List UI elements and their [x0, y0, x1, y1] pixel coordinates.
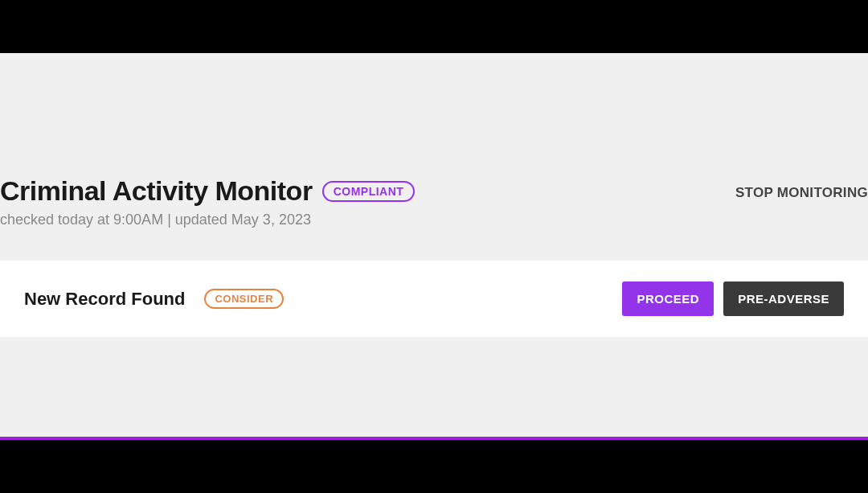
record-left: New Record Found CONSIDER [24, 289, 284, 310]
record-card: New Record Found CONSIDER PROCEED PRE-AD… [0, 261, 868, 337]
consider-status-badge: CONSIDER [204, 289, 284, 309]
top-border-region [0, 0, 868, 53]
bottom-border-region [0, 440, 868, 493]
page-title: Criminal Activity Monitor [0, 175, 313, 207]
header-section: Criminal Activity Monitor COMPLIANT chec… [0, 53, 868, 228]
title-row: Criminal Activity Monitor COMPLIANT [0, 175, 415, 207]
record-title: New Record Found [24, 289, 185, 310]
record-actions: PROCEED PRE-ADVERSE [622, 281, 844, 316]
pre-adverse-button[interactable]: PRE-ADVERSE [723, 281, 844, 316]
stop-monitoring-button[interactable]: STOP MONITORING [735, 175, 868, 201]
proceed-button[interactable]: PROCEED [622, 281, 714, 316]
checked-updated-subtitle: checked today at 9:00AM | updated May 3,… [0, 212, 415, 228]
main-content-region: Criminal Activity Monitor COMPLIANT chec… [0, 53, 868, 437]
header-left: Criminal Activity Monitor COMPLIANT chec… [0, 175, 415, 228]
compliant-status-badge: COMPLIANT [322, 181, 416, 202]
